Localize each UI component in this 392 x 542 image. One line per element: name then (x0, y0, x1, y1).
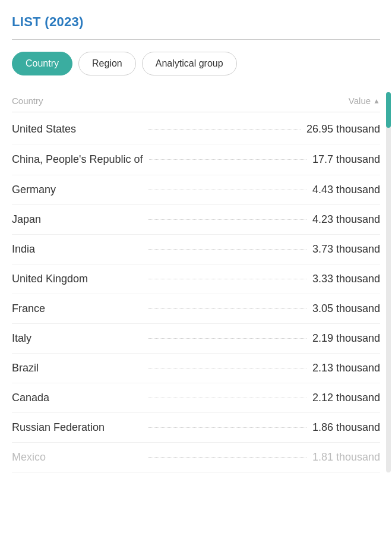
row-dots (148, 427, 306, 428)
country-name: Mexico (12, 451, 143, 464)
divider (12, 39, 380, 40)
tab-region[interactable]: Region (78, 52, 136, 75)
tab-country[interactable]: Country (12, 52, 72, 75)
country-name: Brazil (12, 362, 143, 374)
data-table: Country Value ▲ United States 26.95 thou… (12, 92, 380, 472)
col-header-country: Country (12, 96, 43, 106)
row-dots (148, 338, 306, 339)
row-dots (148, 129, 301, 130)
row-dots (148, 249, 306, 250)
row-value: 1.81 thousand (312, 451, 380, 464)
table-row: China, People's Republic of 17.7 thousan… (12, 144, 380, 175)
tab-analytical-group[interactable]: Analytical group (142, 52, 237, 75)
scrollbar-track[interactable] (386, 92, 391, 472)
table-row: Canada 2.12 thousand (12, 383, 380, 413)
table-row: United Kingdom 3.33 thousand (12, 264, 380, 294)
country-name: Russian Federation (12, 421, 143, 434)
row-dots (148, 457, 306, 458)
row-dots (148, 368, 306, 368)
row-value: 3.33 thousand (312, 273, 380, 285)
table-row: Brazil 2.13 thousand (12, 354, 380, 383)
tab-bar: Country Region Analytical group (12, 52, 380, 75)
table-row: Germany 4.43 thousand (12, 175, 380, 205)
country-name: India (12, 243, 143, 256)
row-value: 2.13 thousand (312, 362, 380, 374)
table-row: Japan 4.23 thousand (12, 205, 380, 235)
page-title: LIST (2023) (12, 14, 380, 30)
country-name: United Kingdom (12, 273, 143, 285)
table-row: Mexico 1.81 thousand (12, 443, 380, 472)
row-dots (149, 159, 306, 160)
row-value: 3.73 thousand (312, 243, 380, 256)
country-name: Italy (12, 332, 143, 345)
country-name: Germany (12, 184, 143, 196)
row-dots (148, 219, 306, 220)
country-name: China, People's Republic of (12, 153, 143, 166)
table-header: Country Value ▲ (12, 92, 380, 112)
sort-arrow-icon: ▲ (373, 97, 380, 105)
country-name: Canada (12, 392, 143, 404)
table-row: Russian Federation 1.86 thousand (12, 413, 380, 443)
country-name: France (12, 302, 143, 315)
row-value: 4.23 thousand (312, 213, 380, 226)
row-value: 17.7 thousand (312, 153, 380, 166)
row-dots (148, 279, 306, 279)
country-name: Japan (12, 213, 143, 226)
row-dots (148, 190, 306, 190)
col-header-value[interactable]: Value ▲ (349, 96, 380, 106)
row-value: 2.12 thousand (312, 392, 380, 404)
row-value: 1.86 thousand (312, 421, 380, 434)
row-value: 2.19 thousand (312, 332, 380, 345)
scrollbar-thumb[interactable] (386, 92, 391, 128)
row-dots (148, 308, 306, 309)
row-value: 3.05 thousand (312, 302, 380, 315)
row-value: 4.43 thousand (312, 184, 380, 196)
table-row: United States 26.95 thousand (12, 115, 380, 144)
row-value: 26.95 thousand (306, 123, 380, 136)
table-row: France 3.05 thousand (12, 294, 380, 324)
table-row: India 3.73 thousand (12, 235, 380, 264)
country-name: United States (12, 123, 143, 136)
row-dots (148, 398, 306, 398)
table-row: Italy 2.19 thousand (12, 324, 380, 354)
